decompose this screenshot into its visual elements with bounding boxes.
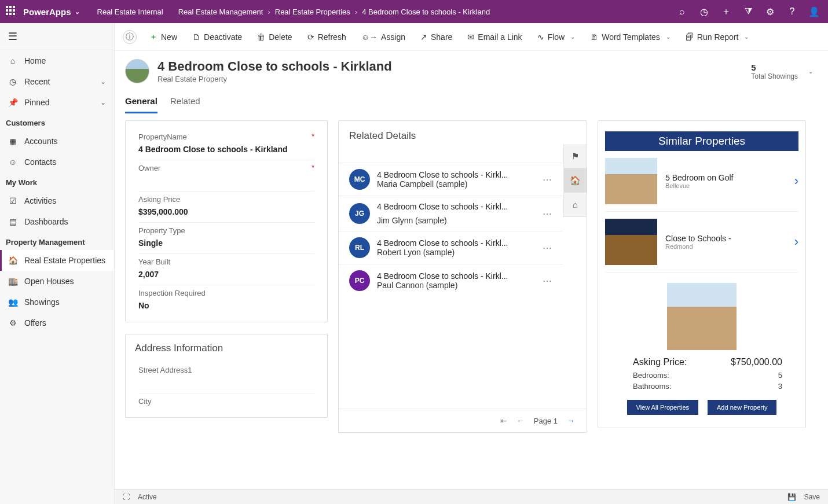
nav-home[interactable]: ⌂Home <box>0 50 114 71</box>
related-item[interactable]: RL 4 Bedroom Close to schools - Kirkl...… <box>339 231 563 264</box>
nav-label: Recent <box>24 77 50 86</box>
cmd-label: Flow <box>548 32 565 42</box>
field-property-type[interactable]: Property Type Single <box>138 223 314 254</box>
info-icon[interactable]: ⓘ <box>123 30 137 44</box>
search-icon[interactable]: ⌕ <box>674 6 690 17</box>
nav-properties[interactable]: 🏠Real Estate Properties <box>0 250 114 271</box>
save-icon[interactable]: 💾 <box>787 493 796 501</box>
waffle-icon[interactable] <box>6 6 17 17</box>
nav-showings[interactable]: 👥Showings <box>0 292 114 312</box>
save-label[interactable]: Save <box>804 493 820 501</box>
flag-icon[interactable]: ⚑ <box>564 144 587 168</box>
sidebar: ☰ ⌂Home ◷Recent⌄ 📌Pinned⌄ Customers ▦Acc… <box>0 23 115 504</box>
showings-summary[interactable]: 5 Total Showings ⌄ <box>751 62 818 80</box>
field-city[interactable]: City <box>138 393 314 411</box>
field-value <box>138 172 314 185</box>
share-icon: ↗ <box>420 32 427 42</box>
crumb-record[interactable]: 4 Bedroom Close to schools - Kirkland <box>362 8 490 16</box>
content: PropertyName* 4 Bedroom Close to schools… <box>115 113 828 489</box>
field-value: No <box>138 297 314 310</box>
cmd-deactivate[interactable]: 🗋Deactivate <box>186 29 248 45</box>
nav-label: Accounts <box>24 137 58 146</box>
asking-price-value: $750,000.00 <box>731 357 782 367</box>
nav-accounts[interactable]: ▦Accounts <box>0 131 114 152</box>
cmd-label: Deactivate <box>204 32 242 42</box>
brand-label: PowerApps <box>23 7 71 17</box>
more-icon[interactable]: ⋯ <box>543 174 553 185</box>
asking-price-label: Asking Price: <box>633 357 725 367</box>
settings-icon[interactable]: ⚙ <box>762 6 778 17</box>
home-icon[interactable]: ⌂ <box>564 193 587 217</box>
house-icon[interactable]: 🏠 <box>564 168 587 193</box>
more-icon[interactable]: ⋯ <box>543 275 553 286</box>
similar-item[interactable]: Close to Schools -Redmond › <box>605 212 798 273</box>
pager-first-icon[interactable]: ⇤ <box>500 416 507 425</box>
pager-prev-icon[interactable]: ← <box>516 416 525 425</box>
tab-strip: General Related <box>125 93 818 113</box>
related-item[interactable]: MC 4 Bedroom Close to schools - Kirkl...… <box>339 163 563 196</box>
cmd-share[interactable]: ↗Share <box>415 29 458 45</box>
property-image <box>667 283 737 350</box>
record-image[interactable] <box>125 59 149 83</box>
pager-next-icon[interactable]: → <box>567 416 575 425</box>
tab-general[interactable]: General <box>125 93 157 113</box>
tab-related[interactable]: Related <box>170 93 200 113</box>
more-icon[interactable]: ⋯ <box>543 208 553 219</box>
nav-offers[interactable]: ⚙Offers <box>0 312 114 333</box>
hamburger-icon[interactable]: ☰ <box>0 23 114 50</box>
field-inspection-required[interactable]: Inspection Required No <box>138 285 314 316</box>
cmd-email-link[interactable]: ✉Email a Link <box>461 29 527 45</box>
house-icon: 🏠 <box>8 256 17 265</box>
filter-icon[interactable]: ⧩ <box>740 6 756 17</box>
avatar: MC <box>349 169 370 190</box>
expand-icon[interactable]: ⛶ <box>123 493 130 501</box>
more-icon[interactable]: ⋯ <box>543 242 553 253</box>
brand[interactable]: PowerApps ⌄ <box>23 7 80 17</box>
related-item[interactable]: JG 4 Bedroom Close to schools - Kirkl...… <box>339 196 563 231</box>
task-icon[interactable]: ◷ <box>696 6 712 17</box>
required-icon: * <box>312 164 314 172</box>
status-active[interactable]: Active <box>138 493 157 501</box>
breadcrumb: Real Estate Internal Real Estate Managem… <box>97 8 490 16</box>
check-icon: ☑ <box>8 196 17 205</box>
gear-icon: ⚙ <box>8 318 17 328</box>
nav-recent[interactable]: ◷Recent⌄ <box>0 71 114 92</box>
person-icon: ☺ <box>8 157 17 167</box>
cmd-run-report[interactable]: 🗐Run Report⌄ <box>680 29 755 45</box>
report-icon: 🗐 <box>686 32 694 42</box>
field-label: Street Address1 <box>138 366 192 374</box>
cmd-new[interactable]: ＋New <box>144 28 183 46</box>
similar-title: Similar Properties <box>605 131 798 151</box>
cmd-assign[interactable]: ☺→Assign <box>356 29 411 45</box>
field-asking-price[interactable]: Asking Price $395,000.000 <box>138 192 314 223</box>
nav-pinned[interactable]: 📌Pinned⌄ <box>0 92 114 113</box>
cmd-word-templates[interactable]: 🗎Word Templates⌄ <box>584 29 676 45</box>
chevron-down-icon: ⌄ <box>570 34 575 40</box>
pager: ⇤ ← Page 1 → <box>339 409 587 432</box>
add-icon[interactable]: ＋ <box>718 6 734 18</box>
related-item[interactable]: PC 4 Bedroom Close to schools - Kirkl...… <box>339 264 563 297</box>
crumb-list[interactable]: Real Estate Properties <box>275 8 350 16</box>
crumb-app[interactable]: Real Estate Internal <box>97 8 163 16</box>
field-owner[interactable]: Owner* <box>138 160 314 192</box>
field-year-built[interactable]: Year Built 2,007 <box>138 254 314 285</box>
form-card: PropertyName* 4 Bedroom Close to schools… <box>125 120 328 322</box>
field-street1[interactable]: Street Address1 <box>138 362 314 393</box>
nav-openhouses[interactable]: 🏬Open Houses <box>0 271 114 292</box>
cmd-delete[interactable]: 🗑Delete <box>251 29 298 45</box>
field-property-name[interactable]: PropertyName* 4 Bedroom Close to schools… <box>138 129 314 160</box>
chevron-down-icon: ⌄ <box>100 98 106 106</box>
nav-activities[interactable]: ☑Activities <box>0 190 114 211</box>
refresh-icon: ⟳ <box>307 32 314 42</box>
help-icon[interactable]: ? <box>784 6 800 17</box>
crumb-area[interactable]: Real Estate Management <box>178 8 263 16</box>
user-icon[interactable]: 👤 <box>806 6 822 17</box>
add-new-property-button[interactable]: Add new Property <box>708 400 776 415</box>
cmd-flow[interactable]: ∿Flow⌄ <box>532 29 581 45</box>
related-line1: 4 Bedroom Close to schools - Kirkl... <box>377 202 536 211</box>
view-all-properties-button[interactable]: View All Properties <box>627 400 699 415</box>
nav-contacts[interactable]: ☺Contacts <box>0 152 114 172</box>
cmd-refresh[interactable]: ⟳Refresh <box>302 29 352 45</box>
similar-item[interactable]: 5 Bedroom on GolfBellevue › <box>605 151 798 212</box>
nav-dashboards[interactable]: ▤Dashboards <box>0 211 114 232</box>
